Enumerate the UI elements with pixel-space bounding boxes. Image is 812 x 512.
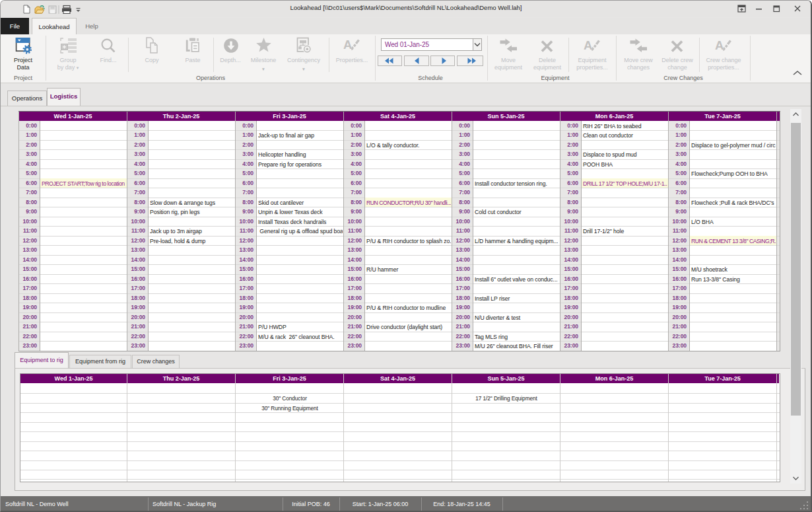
svg-text:A: A bbox=[343, 38, 352, 52]
svg-text:A: A bbox=[584, 38, 592, 52]
svg-text:A: A bbox=[715, 38, 724, 52]
